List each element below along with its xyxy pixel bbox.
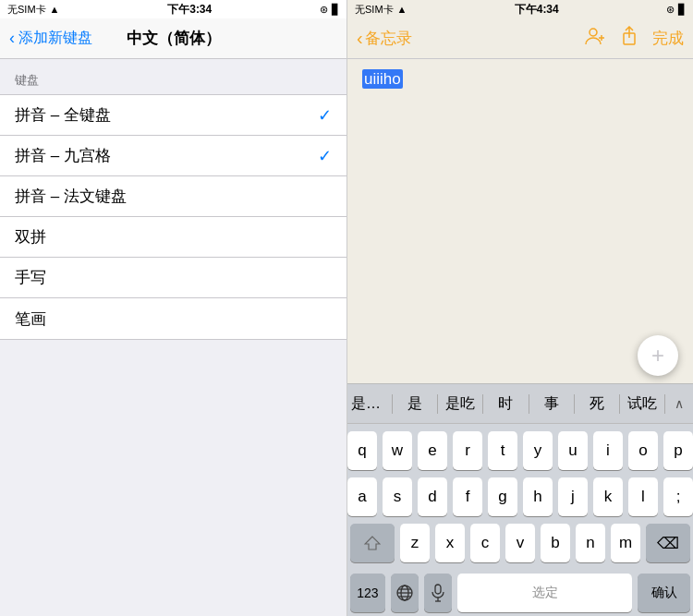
left-panel: 无SIM卡 ▲ 下午3:34 ⊛ ▊ ‹ 添加新键盘 中文（简体） 完成 键盘 … <box>0 0 346 616</box>
num-label: 123 <box>357 586 378 600</box>
chevron-left-icon-left: ‹ <box>9 29 15 48</box>
suggestion-bar: 是吃货 是 是吃 时 事 死 试吃 ∧ <box>347 383 693 424</box>
key-x[interactable]: x <box>435 524 465 562</box>
item-label-0: 拼音 – 全键盘 <box>15 104 111 126</box>
key-o[interactable]: o <box>628 431 658 470</box>
shift-key[interactable] <box>350 524 395 562</box>
add-fab-button[interactable]: + <box>638 335 678 376</box>
carrier-right: 无SIM卡 <box>355 3 394 17</box>
right-status-left: ⊛ ▊ <box>320 4 339 16</box>
carrier-left: 无SIM卡 <box>7 3 46 17</box>
key-n[interactable]: n <box>576 524 605 562</box>
back-button-left[interactable]: ‹ 添加新键盘 <box>9 29 92 48</box>
key-r[interactable]: r <box>453 431 482 470</box>
suggestion-5[interactable]: 死 <box>575 394 620 414</box>
globe-key[interactable] <box>391 574 419 612</box>
key-l[interactable]: l <box>628 477 658 516</box>
suggestion-1[interactable]: 是 <box>393 394 438 414</box>
share-icon[interactable] <box>621 26 638 51</box>
confirm-key[interactable]: 确认 <box>638 574 690 612</box>
item-label-1: 拼音 – 九宫格 <box>15 145 111 166</box>
key-row-3: z x c v b n m ⌫ <box>350 524 690 562</box>
left-status-left: 无SIM卡 ▲ <box>7 3 59 17</box>
key-m[interactable]: m <box>611 524 640 562</box>
bottom-row: 123 选定 <box>347 574 693 616</box>
battery-icon-left: ▊ <box>332 4 339 16</box>
key-q[interactable]: q <box>347 431 377 470</box>
list-item[interactable]: 双拼 <box>0 217 346 258</box>
note-content-area[interactable]: uiiiho + <box>347 59 693 383</box>
key-e[interactable]: e <box>418 431 447 470</box>
keyboard-list: 拼音 – 全键盘 ✓ 拼音 – 九宫格 ✓ 拼音 – 法文键盘 双拼 手写 笔画 <box>0 94 346 340</box>
nav-icons-right: 完成 <box>584 26 684 52</box>
key-p[interactable]: p <box>663 431 693 470</box>
delete-key[interactable]: ⌫ <box>646 524 690 562</box>
nav-bar-right: ‹ 备忘录 完成 <box>347 18 693 59</box>
space-label: 选定 <box>532 585 558 601</box>
list-item[interactable]: 手写 <box>0 258 346 298</box>
item-label-5: 笔画 <box>15 308 46 330</box>
svg-point-0 <box>590 29 597 36</box>
item-label-4: 手写 <box>15 267 46 288</box>
key-g[interactable]: g <box>488 477 517 516</box>
chevron-left-icon-right: ‹ <box>357 28 363 49</box>
section-label-keyboard: 键盘 <box>15 72 39 89</box>
back-label-left[interactable]: 添加新键盘 <box>18 29 92 48</box>
bluetooth-icon-right: ⊛ <box>666 4 675 16</box>
list-item[interactable]: 拼音 – 法文键盘 <box>0 176 346 217</box>
key-b[interactable]: b <box>541 524 570 562</box>
suggestion-2[interactable]: 是吃 <box>438 394 483 414</box>
chevron-up-icon[interactable]: ∧ <box>665 396 693 411</box>
space-key[interactable]: 选定 <box>457 574 632 612</box>
key-y[interactable]: y <box>523 431 553 470</box>
page-title-left: 中文（简体） <box>127 28 221 49</box>
list-item[interactable]: 笔画 <box>0 298 346 339</box>
list-item[interactable]: 拼音 – 九宫格 ✓ <box>0 136 346 176</box>
suggestion-6[interactable]: 试吃 <box>620 394 665 414</box>
battery-icon-right: ▊ <box>678 4 686 16</box>
key-k[interactable]: k <box>593 477 623 516</box>
key-semicolon[interactable]: ; <box>663 477 693 516</box>
note-text: uiiiho <box>362 69 403 89</box>
item-label-2: 拼音 – 法文键盘 <box>15 186 127 207</box>
suggestion-4[interactable]: 事 <box>529 394 575 414</box>
key-t[interactable]: t <box>488 431 517 470</box>
right-status-right: ⊛ ▊ <box>666 4 686 16</box>
status-bar-left: 无SIM卡 ▲ 下午3:34 ⊛ ▊ <box>0 0 346 18</box>
key-h[interactable]: h <box>523 477 553 516</box>
confirm-label: 确认 <box>651 585 677 601</box>
key-a[interactable]: a <box>347 477 377 516</box>
svg-rect-9 <box>435 585 441 594</box>
key-c[interactable]: c <box>470 524 500 562</box>
key-s[interactable]: s <box>383 477 412 516</box>
checkmark-1: ✓ <box>318 146 332 166</box>
section-header-left: 键盘 <box>0 59 346 94</box>
key-d[interactable]: d <box>418 477 447 516</box>
list-item[interactable]: 拼音 – 全键盘 ✓ <box>0 95 346 136</box>
mic-key[interactable] <box>424 574 452 612</box>
add-contact-icon[interactable] <box>584 26 606 52</box>
key-i[interactable]: i <box>593 431 623 470</box>
wifi-icon-right: ▲ <box>397 4 407 15</box>
done-button-right[interactable]: 完成 <box>652 28 684 49</box>
status-bar-right: 无SIM卡 ▲ 下午4:34 ⊛ ▊ <box>347 0 693 18</box>
key-row-2: a s d f g h j k l ; <box>350 477 690 516</box>
suggestion-0[interactable]: 是吃货 <box>347 394 393 414</box>
key-v[interactable]: v <box>505 524 535 562</box>
time-right: 下午4:34 <box>515 2 559 18</box>
checkmark-0: ✓ <box>318 105 332 126</box>
plus-icon: + <box>651 344 664 367</box>
back-label-right[interactable]: 备忘录 <box>365 28 412 49</box>
suggestion-3[interactable]: 时 <box>483 394 529 414</box>
nav-bar-left: ‹ 添加新键盘 中文（简体） 完成 <box>0 18 346 59</box>
key-f[interactable]: f <box>453 477 482 516</box>
back-button-right[interactable]: ‹ 备忘录 <box>357 28 412 49</box>
key-u[interactable]: u <box>558 431 588 470</box>
key-w[interactable]: w <box>383 431 412 470</box>
key-j[interactable]: j <box>558 477 588 516</box>
key-row-1: q w e r t y u i o p <box>350 431 690 470</box>
time-left: 下午3:34 <box>167 2 212 18</box>
key-z[interactable]: z <box>400 524 430 562</box>
keyboard-area: 是吃货 是 是吃 时 事 死 试吃 ∧ q w e r t y u i o p <box>347 383 693 616</box>
num-key[interactable]: 123 <box>350 574 385 612</box>
